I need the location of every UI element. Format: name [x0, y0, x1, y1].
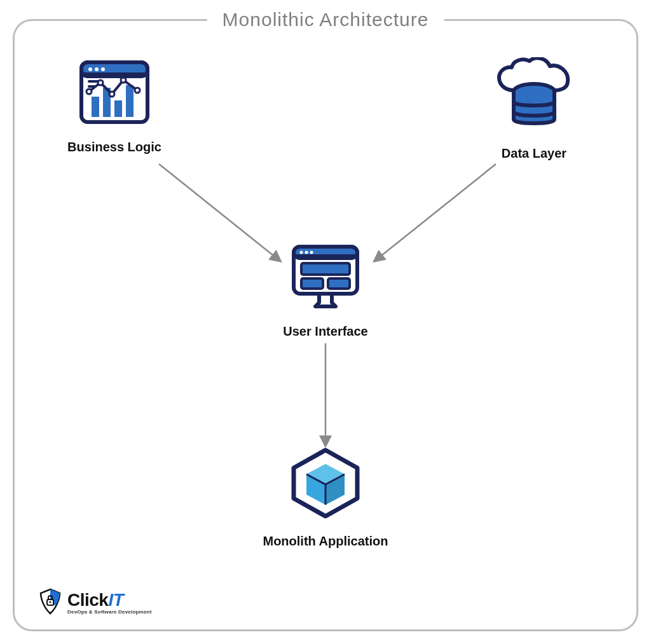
svg-rect-24 [301, 263, 350, 275]
node-label-monolith-application: Monolith Application [262, 534, 389, 549]
diagram-title: Monolithic Architecture [207, 9, 444, 31]
node-label-data-layer: Data Layer [470, 146, 598, 161]
svg-rect-9 [126, 85, 134, 117]
svg-point-10 [86, 89, 92, 94]
svg-point-13 [121, 78, 126, 83]
svg-point-22 [305, 251, 308, 254]
svg-point-12 [109, 92, 114, 97]
shield-lock-icon [38, 588, 62, 617]
svg-rect-2 [81, 72, 147, 76]
svg-rect-20 [294, 254, 357, 258]
svg-point-36 [50, 601, 51, 603]
svg-point-23 [310, 251, 313, 254]
node-monolith-application: Monolith Application [262, 445, 389, 549]
svg-rect-26 [328, 278, 350, 289]
svg-rect-8 [114, 100, 122, 117]
svg-point-5 [101, 67, 105, 71]
svg-rect-25 [301, 278, 323, 289]
svg-point-3 [88, 67, 92, 71]
node-label-business-logic: Business Logic [51, 140, 178, 154]
svg-point-21 [300, 251, 303, 254]
brand-logo: ClickIT DevOps & Software Development [38, 588, 152, 617]
svg-rect-16 [88, 85, 95, 88]
logo-tagline: DevOps & Software Development [67, 609, 152, 615]
analytics-dashboard-icon [76, 57, 153, 130]
cloud-database-icon [493, 57, 575, 136]
monitor-ui-icon [287, 242, 364, 314]
svg-point-14 [135, 88, 140, 93]
svg-rect-15 [88, 80, 99, 83]
svg-rect-6 [92, 97, 99, 117]
node-business-logic: Business Logic [51, 57, 178, 154]
node-user-interface: User Interface [262, 242, 389, 339]
node-data-layer: Data Layer [470, 57, 598, 161]
node-label-user-interface: User Interface [262, 324, 389, 339]
cube-package-icon [287, 445, 364, 524]
svg-point-4 [95, 67, 99, 71]
logo-wordmark: ClickIT [67, 591, 152, 609]
